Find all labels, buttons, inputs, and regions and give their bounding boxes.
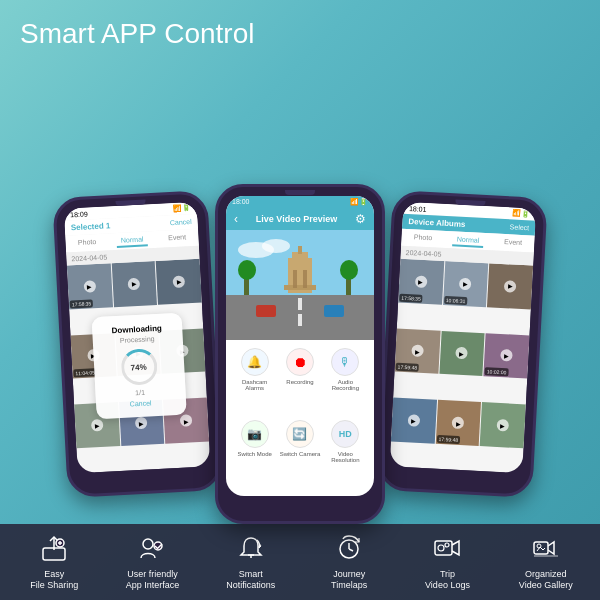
feature-label-notifications: SmartNotifications xyxy=(226,569,275,592)
gallery-icon xyxy=(532,534,560,565)
feature-user-friendly: User friendlyApp Interface xyxy=(112,534,192,592)
feature-label-user-friendly: User friendlyApp Interface xyxy=(126,569,180,592)
feature-trip-video-logs: TripVideo Logs xyxy=(407,534,487,592)
svg-line-29 xyxy=(349,549,353,551)
center-status-bar: 18:00 📶🔋 xyxy=(226,196,374,208)
download-overlay: Downloading Processing 74% 1/1 Cancel xyxy=(91,312,186,419)
phone-notch-right xyxy=(455,199,485,206)
svg-point-15 xyxy=(340,260,358,280)
feature-label-trip-logs: TripVideo Logs xyxy=(425,569,470,592)
video-resolution-icon[interactable]: HD xyxy=(331,420,359,448)
feature-organized-gallery: OrganizedVideo Gallery xyxy=(506,534,586,592)
thumb-1: ▶17:58:35 xyxy=(67,263,113,309)
switch-mode-icon[interactable]: 📷 xyxy=(241,420,269,448)
svg-point-2 xyxy=(262,239,290,253)
switch-camera-label: Switch Camera xyxy=(280,451,321,457)
audio-recording-icon[interactable]: 🎙 xyxy=(331,348,359,376)
right-phone-screen: 18:01 📶🔋 Device Albums Select Photo Norm… xyxy=(389,201,536,473)
download-title: Downloading xyxy=(108,323,166,335)
tab-photo-left[interactable]: Photo xyxy=(74,235,101,249)
feature-label-timelaps: JourneyTimelaps xyxy=(331,569,367,592)
svg-rect-10 xyxy=(298,298,302,310)
progress-circle: 74% xyxy=(120,348,158,386)
feature-easy-file-sharing: EasyFile Sharing xyxy=(14,534,94,592)
control-switch-camera: 🔄 Switch Camera xyxy=(279,420,320,488)
select-button-right[interactable]: Select xyxy=(510,223,530,231)
r-thumb-4: ▶17:59:48 xyxy=(394,328,440,374)
thumb-grid-left: ▶17:58:35 ▶ ▶ ▶11:04:05 ▶ ▶ ▶ ▶ ▶ Downlo… xyxy=(67,258,211,473)
control-audio: 🎙 Audio Recording xyxy=(325,348,366,416)
svg-point-13 xyxy=(238,260,256,280)
cancel-button-left[interactable]: Cancel xyxy=(170,218,192,226)
recording-label: Recording xyxy=(286,379,313,385)
download-subtitle: Processing xyxy=(108,334,166,344)
control-hd: HD Video Resolution xyxy=(325,420,366,488)
title-area: Smart APP Control xyxy=(0,0,600,58)
phone-right: 18:01 📶🔋 Device Albums Select Photo Norm… xyxy=(377,190,547,498)
svg-point-31 xyxy=(438,545,444,551)
svg-rect-6 xyxy=(298,246,302,254)
audio-label: Audio Recording xyxy=(325,379,366,391)
thumb-2: ▶ xyxy=(111,261,157,307)
svg-rect-11 xyxy=(298,314,302,326)
left-screen-content: 18:09 📶🔋 Selected 1 Cancel Photo Normal … xyxy=(64,201,211,473)
switch-mode-label: Switch Mode xyxy=(237,451,271,457)
r-thumb-5: ▶ xyxy=(439,330,485,376)
right-screen-content: 18:01 📶🔋 Device Albums Select Photo Norm… xyxy=(389,201,536,473)
phone-notch-center xyxy=(285,190,315,195)
r-thumb-8: ▶17:59:48 xyxy=(435,400,481,446)
left-phone-screen: 18:09 📶🔋 Selected 1 Cancel Photo Normal … xyxy=(64,201,211,473)
control-recording: ⏺ Recording xyxy=(279,348,320,416)
tab-normal-left[interactable]: Normal xyxy=(117,233,148,248)
feature-journey-timelaps: JourneyTimelaps xyxy=(309,534,389,592)
phones-area: 18:09 📶🔋 Selected 1 Cancel Photo Normal … xyxy=(0,58,600,524)
dashcam-alarms-icon[interactable]: 🔔 xyxy=(241,348,269,376)
tab-photo-right[interactable]: Photo xyxy=(410,231,437,245)
svg-rect-8 xyxy=(303,270,307,288)
r-thumb-2: ▶10:06:31 xyxy=(443,261,489,307)
switch-camera-icon[interactable]: 🔄 xyxy=(286,420,314,448)
user-friendly-icon xyxy=(138,534,166,565)
svg-rect-17 xyxy=(324,305,344,317)
recording-icon[interactable]: ⏺ xyxy=(286,348,314,376)
features-bar: EasyFile Sharing User friendlyApp Interf… xyxy=(0,524,600,600)
center-phone-screen: 18:00 📶🔋 ‹ Live Video Preview ⚙ xyxy=(226,196,374,496)
controls-grid: 🔔 Dashcam Alarms ⏺ Recording 🎙 Audio Rec… xyxy=(226,340,374,496)
phone-notch-left xyxy=(115,199,145,206)
road-scene-svg xyxy=(226,230,374,340)
feature-smart-notifications: SmartNotifications xyxy=(211,534,291,592)
center-screen-content: 18:00 📶🔋 ‹ Live Video Preview ⚙ xyxy=(226,196,374,496)
thumb-3: ▶ xyxy=(156,258,202,304)
settings-icon-center[interactable]: ⚙ xyxy=(355,212,366,226)
feature-label-file-sharing: EasyFile Sharing xyxy=(30,569,78,592)
center-header-title: Live Video Preview xyxy=(256,214,337,224)
upload-share-icon xyxy=(40,534,68,565)
tab-event-right[interactable]: Event xyxy=(500,235,527,249)
selected-count: Selected 1 xyxy=(71,221,111,232)
svg-rect-7 xyxy=(293,270,297,288)
center-header: ‹ Live Video Preview ⚙ xyxy=(226,208,374,230)
thumb-grid-right: ▶17:58:35 ▶10:06:31 ▶ ▶17:59:48 ▶ ▶10:02… xyxy=(389,258,533,473)
download-cancel-btn[interactable]: Cancel xyxy=(111,398,169,408)
clock-journey-icon xyxy=(335,534,363,565)
r-thumb-3: ▶ xyxy=(487,263,533,309)
right-header-title: Device Albums xyxy=(408,217,465,229)
main-container: Smart APP Control 18:09 📶🔋 Selected 1 Ca… xyxy=(0,0,600,600)
svg-point-23 xyxy=(143,539,153,549)
video-trip-icon xyxy=(433,534,461,565)
page-title: Smart APP Control xyxy=(20,18,580,50)
feature-label-gallery: OrganizedVideo Gallery xyxy=(519,569,573,592)
tab-event-left[interactable]: Event xyxy=(164,231,191,245)
control-switch-mode: 📷 Switch Mode xyxy=(234,420,275,488)
svg-rect-16 xyxy=(256,305,276,317)
r-thumb-7: ▶ xyxy=(391,397,437,443)
back-arrow-icon[interactable]: ‹ xyxy=(234,212,238,226)
phone-left: 18:09 📶🔋 Selected 1 Cancel Photo Normal … xyxy=(52,190,222,498)
r-thumb-9: ▶ xyxy=(480,402,526,448)
svg-point-34 xyxy=(537,544,541,548)
tab-normal-right[interactable]: Normal xyxy=(452,233,483,248)
hd-label: Video Resolution xyxy=(325,451,366,463)
bell-refresh-icon xyxy=(237,534,265,565)
r-thumb-6: ▶10:02:00 xyxy=(484,332,530,378)
video-preview-area xyxy=(226,230,374,340)
